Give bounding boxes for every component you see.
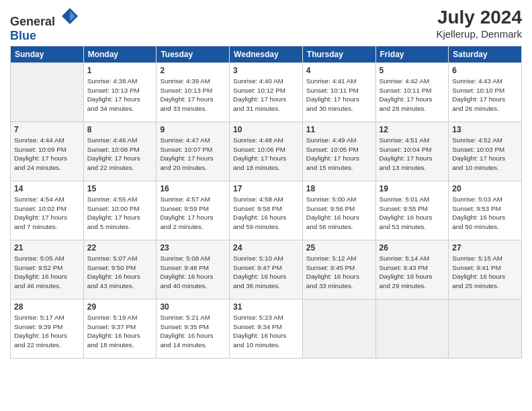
day-info: Sunrise: 5:17 AM Sunset: 9:39 PM Dayligh… [14, 313, 80, 350]
day-number: 15 [87, 184, 153, 193]
day-number: 11 [306, 125, 372, 134]
day-info: Sunrise: 4:43 AM Sunset: 10:10 PM Daylig… [452, 77, 518, 113]
day-number: 17 [233, 184, 299, 193]
day-number: 18 [306, 184, 372, 193]
calendar-cell: 23Sunrise: 5:08 AM Sunset: 9:48 PM Dayli… [157, 240, 230, 300]
day-info: Sunrise: 4:48 AM Sunset: 10:06 PM Daylig… [233, 136, 299, 173]
day-info: Sunrise: 5:07 AM Sunset: 9:50 PM Dayligh… [87, 254, 153, 291]
day-info: Sunrise: 5:15 AM Sunset: 9:41 PM Dayligh… [452, 254, 518, 291]
day-info: Sunrise: 4:42 AM Sunset: 10:11 PM Daylig… [380, 77, 445, 113]
calendar-cell: 24Sunrise: 5:10 AM Sunset: 9:47 PM Dayli… [230, 240, 303, 300]
day-info: Sunrise: 4:40 AM Sunset: 10:12 PM Daylig… [233, 77, 299, 113]
day-number: 19 [380, 184, 445, 193]
day-info: Sunrise: 4:52 AM Sunset: 10:03 PM Daylig… [452, 136, 518, 173]
calendar-cell: 19Sunrise: 5:01 AM Sunset: 9:55 PM Dayli… [375, 181, 449, 240]
logo-general: General [10, 15, 55, 28]
calendar-week-3: 14Sunrise: 4:54 AM Sunset: 10:02 PM Dayl… [11, 181, 522, 240]
day-number: 10 [233, 125, 299, 134]
calendar-cell: 10Sunrise: 4:48 AM Sunset: 10:06 PM Dayl… [230, 122, 303, 181]
day-number: 29 [87, 302, 153, 312]
header: General Blue July 2024 Kjellerup, Denmar… [10, 7, 522, 43]
day-number: 22 [87, 243, 153, 253]
calendar-cell: 29Sunrise: 5:19 AM Sunset: 9:37 PM Dayli… [83, 300, 157, 359]
calendar-week-2: 7Sunrise: 4:44 AM Sunset: 10:09 PM Dayli… [11, 122, 522, 181]
day-info: Sunrise: 4:57 AM Sunset: 9:59 PM Dayligh… [160, 195, 226, 232]
day-info: Sunrise: 5:03 AM Sunset: 9:53 PM Dayligh… [452, 195, 518, 232]
day-info: Sunrise: 5:12 AM Sunset: 9:45 PM Dayligh… [306, 254, 372, 291]
day-info: Sunrise: 5:01 AM Sunset: 9:55 PM Dayligh… [380, 195, 445, 232]
main-container: General Blue July 2024 Kjellerup, Denmar… [0, 0, 532, 365]
calendar-cell [11, 63, 84, 122]
day-number: 5 [380, 66, 445, 75]
calendar-cell: 6Sunrise: 4:43 AM Sunset: 10:10 PM Dayli… [449, 63, 522, 122]
calendar-cell: 18Sunrise: 5:00 AM Sunset: 9:56 PM Dayli… [302, 181, 375, 240]
calendar-cell: 8Sunrise: 4:46 AM Sunset: 10:08 PM Dayli… [83, 122, 157, 181]
calendar-cell: 22Sunrise: 5:07 AM Sunset: 9:50 PM Dayli… [83, 240, 157, 300]
day-header-saturday: Saturday [449, 46, 522, 63]
day-number: 16 [160, 184, 226, 193]
day-number: 3 [233, 66, 299, 75]
calendar-header-row: SundayMondayTuesdayWednesdayThursdayFrid… [11, 46, 522, 63]
logo: General Blue [10, 7, 79, 43]
day-number: 2 [160, 66, 226, 75]
location-title: Kjellerup, Denmark [436, 28, 522, 40]
day-info: Sunrise: 5:14 AM Sunset: 9:43 PM Dayligh… [380, 254, 445, 291]
day-info: Sunrise: 4:55 AM Sunset: 10:00 PM Daylig… [87, 195, 153, 232]
day-info: Sunrise: 5:10 AM Sunset: 9:47 PM Dayligh… [233, 254, 299, 291]
calendar-cell: 28Sunrise: 5:17 AM Sunset: 9:39 PM Dayli… [11, 300, 84, 359]
day-number: 27 [452, 243, 518, 253]
day-number: 12 [380, 125, 445, 134]
day-header-tuesday: Tuesday [157, 46, 230, 63]
calendar-cell: 16Sunrise: 4:57 AM Sunset: 9:59 PM Dayli… [157, 181, 230, 240]
logo-blue: Blue [10, 29, 36, 42]
calendar-cell [375, 300, 449, 359]
day-info: Sunrise: 4:47 AM Sunset: 10:07 PM Daylig… [160, 136, 226, 173]
calendar-cell: 1Sunrise: 4:38 AM Sunset: 10:13 PM Dayli… [83, 63, 157, 122]
calendar-week-1: 1Sunrise: 4:38 AM Sunset: 10:13 PM Dayli… [11, 63, 522, 122]
day-header-friday: Friday [375, 46, 449, 63]
calendar-cell: 21Sunrise: 5:05 AM Sunset: 9:52 PM Dayli… [11, 240, 84, 300]
calendar-cell: 31Sunrise: 5:23 AM Sunset: 9:34 PM Dayli… [230, 300, 303, 359]
calendar-cell: 25Sunrise: 5:12 AM Sunset: 9:45 PM Dayli… [302, 240, 375, 300]
day-info: Sunrise: 4:41 AM Sunset: 10:11 PM Daylig… [306, 77, 372, 113]
calendar-cell: 13Sunrise: 4:52 AM Sunset: 10:03 PM Dayl… [449, 122, 522, 181]
calendar-cell: 30Sunrise: 5:21 AM Sunset: 9:35 PM Dayli… [157, 300, 230, 359]
day-info: Sunrise: 4:38 AM Sunset: 10:13 PM Daylig… [87, 77, 153, 113]
calendar-cell: 2Sunrise: 4:39 AM Sunset: 10:13 PM Dayli… [157, 63, 230, 122]
logo-icon [60, 7, 79, 26]
day-number: 30 [160, 302, 226, 312]
day-number: 13 [452, 125, 518, 134]
day-number: 21 [14, 243, 80, 253]
day-info: Sunrise: 4:46 AM Sunset: 10:08 PM Daylig… [87, 136, 153, 173]
day-number: 28 [14, 302, 80, 312]
day-info: Sunrise: 5:23 AM Sunset: 9:34 PM Dayligh… [233, 313, 299, 350]
calendar-cell [449, 300, 522, 359]
day-number: 26 [380, 243, 445, 253]
calendar-cell: 17Sunrise: 4:58 AM Sunset: 9:58 PM Dayli… [230, 181, 303, 240]
logo-text: General Blue [10, 7, 79, 43]
day-info: Sunrise: 4:51 AM Sunset: 10:04 PM Daylig… [380, 136, 445, 173]
day-info: Sunrise: 5:00 AM Sunset: 9:56 PM Dayligh… [306, 195, 372, 232]
day-number: 24 [233, 243, 299, 253]
day-number: 23 [160, 243, 226, 253]
day-number: 7 [14, 125, 80, 134]
calendar-week-4: 21Sunrise: 5:05 AM Sunset: 9:52 PM Dayli… [11, 240, 522, 300]
calendar-cell: 27Sunrise: 5:15 AM Sunset: 9:41 PM Dayli… [449, 240, 522, 300]
day-number: 31 [233, 302, 299, 312]
calendar-cell: 14Sunrise: 4:54 AM Sunset: 10:02 PM Dayl… [11, 181, 84, 240]
calendar-cell: 20Sunrise: 5:03 AM Sunset: 9:53 PM Dayli… [449, 181, 522, 240]
day-number: 14 [14, 184, 80, 193]
day-number: 6 [452, 66, 518, 75]
day-header-wednesday: Wednesday [230, 46, 303, 63]
day-number: 1 [87, 66, 153, 75]
calendar-cell: 3Sunrise: 4:40 AM Sunset: 10:12 PM Dayli… [230, 63, 303, 122]
calendar-cell: 12Sunrise: 4:51 AM Sunset: 10:04 PM Dayl… [375, 122, 449, 181]
calendar-cell: 5Sunrise: 4:42 AM Sunset: 10:11 PM Dayli… [375, 63, 449, 122]
day-header-sunday: Sunday [11, 46, 84, 63]
calendar-cell: 11Sunrise: 4:49 AM Sunset: 10:05 PM Dayl… [302, 122, 375, 181]
calendar-cell: 15Sunrise: 4:55 AM Sunset: 10:00 PM Dayl… [83, 181, 157, 240]
day-number: 9 [160, 125, 226, 134]
month-title: July 2024 [436, 7, 522, 28]
day-info: Sunrise: 4:39 AM Sunset: 10:13 PM Daylig… [160, 77, 226, 113]
calendar-cell: 4Sunrise: 4:41 AM Sunset: 10:11 PM Dayli… [302, 63, 375, 122]
